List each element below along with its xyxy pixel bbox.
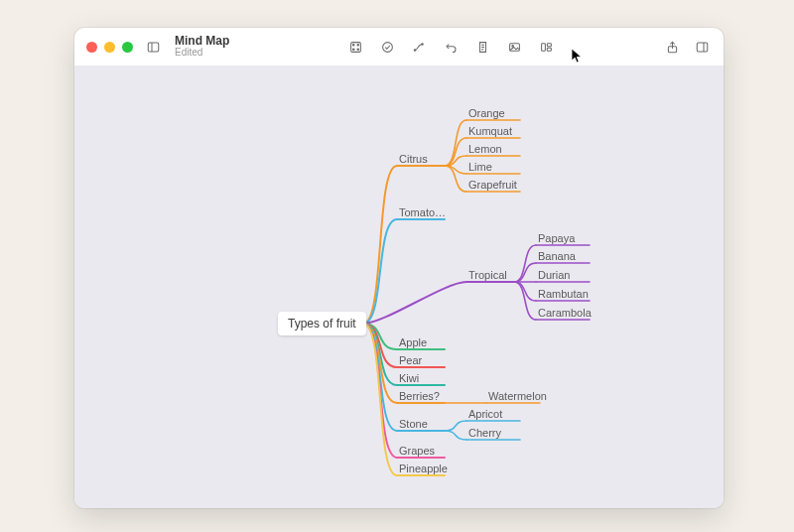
branch-node-berries[interactable]: Berries? (399, 390, 440, 402)
svg-rect-14 (547, 48, 551, 51)
svg-point-5 (352, 49, 354, 51)
branch-node-pineapple[interactable]: Pineapple (399, 463, 448, 474)
app-window: Mind Map Edited Types of fruit CitrusOra… (74, 28, 724, 508)
svg-rect-0 (148, 43, 159, 52)
close-icon[interactable] (86, 42, 97, 53)
minimize-icon[interactable] (104, 42, 115, 53)
sidebar-toggle-button[interactable] (143, 37, 163, 57)
branch-node-stone[interactable]: Stone (399, 418, 428, 430)
leaf-node-tropical-0[interactable]: Papaya (538, 232, 575, 244)
svg-point-7 (382, 42, 392, 52)
svg-point-9 (421, 43, 423, 45)
svg-point-8 (414, 49, 416, 51)
branch-node-tropical[interactable]: Tropical (468, 269, 507, 281)
window-controls (86, 42, 133, 53)
svg-rect-2 (350, 42, 360, 52)
layout-icon[interactable] (536, 37, 556, 57)
branch-node-apple[interactable]: Apple (399, 336, 427, 348)
undo-icon[interactable] (441, 37, 461, 57)
zoom-icon[interactable] (122, 42, 133, 53)
svg-rect-16 (697, 43, 708, 52)
note-icon[interactable] (472, 37, 492, 57)
branch-node-tomato[interactable]: Tomato… (399, 206, 446, 218)
leaf-node-tropical-1[interactable]: Banana (538, 250, 576, 262)
svg-point-3 (352, 44, 354, 46)
mindmap-canvas[interactable]: Types of fruit CitrusOrangeKumquatLemonL… (74, 66, 724, 508)
leaf-node-citrus-3[interactable]: Lime (468, 161, 492, 173)
leaf-node-citrus-0[interactable]: Orange (468, 107, 505, 119)
cursor-icon (571, 48, 583, 64)
inspector-icon[interactable] (692, 37, 712, 57)
svg-point-6 (357, 49, 359, 51)
leaf-node-citrus-2[interactable]: Lemon (468, 143, 502, 155)
document-subtitle: Edited (175, 48, 229, 59)
dice-icon[interactable] (345, 37, 365, 57)
document-title-block: Mind Map Edited (175, 35, 229, 58)
svg-point-11 (512, 45, 514, 47)
leaf-node-citrus-4[interactable]: Grapefruit (468, 179, 517, 191)
connector-icon[interactable] (409, 37, 429, 57)
leaf-node-tropical-2[interactable]: Durian (538, 269, 570, 281)
leaf-node-berries-0[interactable]: Watermelon (488, 390, 547, 402)
branch-node-citrus[interactable]: Citrus (399, 153, 428, 165)
share-icon[interactable] (662, 37, 682, 57)
titlebar: Mind Map Edited (74, 28, 724, 66)
svg-rect-13 (547, 43, 551, 46)
branch-node-grapes[interactable]: Grapes (399, 445, 435, 457)
leaf-node-tropical-4[interactable]: Carambola (538, 307, 592, 319)
svg-point-4 (357, 44, 359, 46)
leaf-node-stone-0[interactable]: Apricot (468, 408, 502, 420)
branch-node-kiwi[interactable]: Kiwi (399, 372, 419, 384)
branch-node-pear[interactable]: Pear (399, 354, 422, 366)
svg-rect-12 (541, 43, 545, 51)
toolbar (249, 37, 652, 57)
leaf-node-stone-1[interactable]: Cherry (468, 427, 501, 439)
check-circle-icon[interactable] (377, 37, 397, 57)
root-node[interactable]: Types of fruit (278, 312, 366, 335)
image-icon[interactable] (504, 37, 524, 57)
leaf-node-tropical-3[interactable]: Rambutan (538, 288, 589, 300)
leaf-node-citrus-1[interactable]: Kumquat (468, 125, 512, 137)
